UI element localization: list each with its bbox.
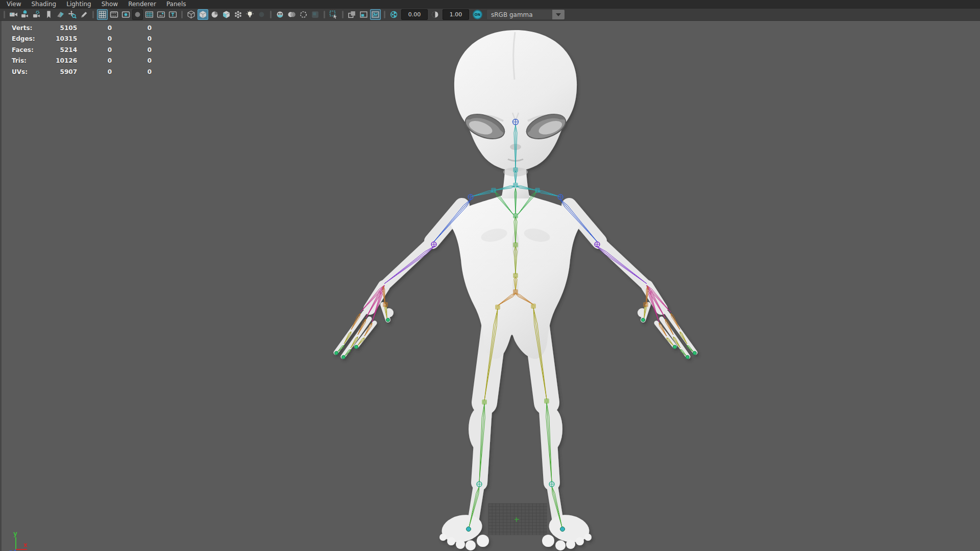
sphere-seg-icon: [210, 10, 219, 19]
grid-button[interactable]: [97, 9, 108, 20]
render-img-icon: [371, 10, 380, 19]
skeleton-bone: [596, 246, 647, 284]
camera-icon: [9, 10, 18, 19]
hud-row-verts: Verts:510500: [2, 22, 152, 34]
gamma-field[interactable]: [443, 9, 469, 20]
skeleton-end-joint: [355, 345, 358, 349]
menu-lighting[interactable]: Lighting: [61, 0, 96, 9]
menu-show[interactable]: Show: [96, 0, 123, 9]
viewport-toolbar: ONsRGB gamma: [0, 9, 980, 21]
toolbar-separator: [384, 11, 385, 18]
menu-renderer[interactable]: Renderer: [123, 0, 161, 9]
toolbar-separator: [270, 11, 272, 18]
depth-of-field-button[interactable]: [310, 9, 321, 20]
shadows-button[interactable]: [256, 9, 267, 20]
skeleton-end-joint: [673, 345, 677, 349]
flower-icon: [234, 10, 242, 19]
isolate-icon: [348, 10, 356, 19]
skeleton-end-joint: [642, 318, 645, 322]
cube-tex-icon: [222, 10, 231, 19]
film-gate-button[interactable]: [109, 9, 119, 20]
skeleton-bone: [537, 191, 559, 196]
view-transform-label: sRGB gamma: [487, 11, 552, 18]
pan-zoom-button[interactable]: [67, 9, 78, 20]
polycount-hud: Verts:510500Edges:1031500Faces:521400Tri…: [2, 22, 152, 78]
exposure-button[interactable]: [388, 9, 399, 20]
pip-compare-button[interactable]: [358, 9, 369, 20]
safe-title-icon: [168, 10, 177, 19]
toolbar-separator: [324, 11, 325, 18]
skeleton-bone: [472, 191, 494, 196]
grease-pencil-button[interactable]: [79, 9, 89, 20]
axis-gizmo: y x z: [9, 530, 28, 551]
bookmark-icon: [44, 10, 53, 19]
camera-attributes-button[interactable]: [32, 9, 42, 20]
textured-button[interactable]: [221, 9, 232, 20]
dof-icon: [311, 10, 320, 19]
hud-row-uvs: UVs:590700: [2, 66, 152, 78]
smooth-shade-button[interactable]: [198, 9, 208, 20]
menu-shading[interactable]: Shading: [26, 0, 61, 9]
isolate-select-button[interactable]: [347, 9, 357, 20]
bulb-icon: [246, 10, 254, 19]
pan-zoom-icon: [68, 10, 77, 19]
field-chart-button[interactable]: [144, 9, 155, 20]
skeleton-end-joint: [693, 352, 697, 355]
contrast-button[interactable]: [430, 9, 440, 20]
image-plane-button[interactable]: [55, 9, 66, 20]
skeleton-bone: [384, 246, 435, 284]
color-management-toggle[interactable]: ON: [473, 10, 482, 19]
flat-shade-button[interactable]: [209, 9, 220, 20]
lock-camera-button[interactable]: [20, 9, 31, 20]
axis-label-z: z: [9, 549, 12, 551]
shadow-circle-icon: [257, 10, 266, 19]
safe-action-icon: [157, 10, 165, 19]
motion-blur-icon: [287, 10, 296, 19]
wireframe-on-shaded-button[interactable]: [233, 9, 243, 20]
select-camera-button[interactable]: [8, 9, 19, 20]
panel-menu-bar: ViewShadingLightingShowRendererPanels: [0, 0, 980, 9]
hud-label: UVs:: [2, 68, 48, 76]
menu-view[interactable]: View: [0, 0, 26, 9]
resolution-gate-button[interactable]: [120, 9, 131, 20]
gate-mask-button[interactable]: [132, 9, 143, 20]
hud-value: 10315: [48, 35, 77, 42]
chevron-down-icon[interactable]: [552, 10, 565, 19]
skeleton-end-joint: [467, 527, 471, 532]
view-transform-dropdown[interactable]: sRGB gamma: [486, 9, 565, 20]
skeleton-end-joint: [686, 356, 690, 359]
render-view-button[interactable]: [370, 9, 381, 20]
contrast-icon: [431, 10, 439, 19]
select-tool-button[interactable]: [328, 9, 339, 20]
viewport-canvas[interactable]: y x z Verts:510500Edges:1031500Faces:521…: [0, 21, 980, 551]
skeleton-end-joint: [342, 356, 346, 359]
wireframe-button[interactable]: [186, 9, 197, 20]
axis-label-x: x: [23, 541, 28, 548]
ssao-button[interactable]: [275, 9, 285, 20]
motion-blur-button[interactable]: [286, 9, 297, 20]
safe-title-button[interactable]: [167, 9, 178, 20]
hud-value: 5214: [48, 46, 77, 54]
hud-value: 10126: [48, 57, 77, 64]
safe-action-button[interactable]: [156, 9, 166, 20]
hud-row-edges: Edges:1031500: [2, 34, 152, 45]
film-gate-icon: [110, 10, 118, 19]
cube-shaded-icon: [199, 10, 207, 19]
res-gate-icon: [121, 10, 130, 19]
bookmarks-button[interactable]: [43, 9, 54, 20]
pencil-icon: [80, 10, 88, 19]
toolbar-separator: [181, 11, 183, 18]
hud-value: 5907: [48, 68, 77, 76]
hud-value: 0: [112, 24, 152, 32]
hud-value: 0: [77, 24, 112, 32]
hud-value: 0: [77, 46, 112, 54]
menu-panels[interactable]: Panels: [161, 0, 191, 9]
anti-aliasing-button[interactable]: [298, 9, 309, 20]
exposure-field[interactable]: [401, 9, 428, 20]
lighting-button[interactable]: [244, 9, 255, 20]
gate-mask-icon: [133, 10, 142, 19]
hud-row-tris: Tris:1012600: [2, 56, 152, 67]
hud-value: 0: [77, 57, 112, 64]
toolbar-separator: [92, 11, 94, 18]
skeleton-end-joint: [335, 352, 338, 355]
